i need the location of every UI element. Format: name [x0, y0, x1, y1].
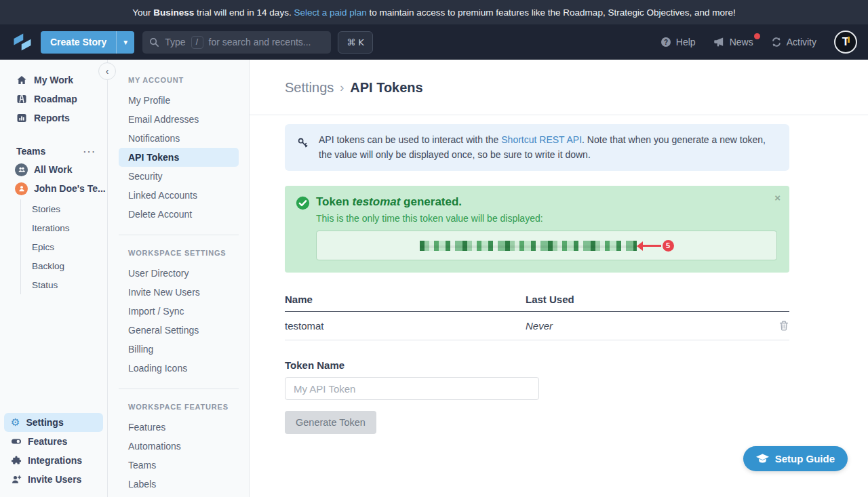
bottom-item-label: Invite Users — [28, 474, 81, 485]
settings-nav-item-teams[interactable]: Teams — [119, 456, 239, 475]
home-icon — [16, 75, 27, 85]
sidebar-item-my-work[interactable]: My Work — [0, 71, 107, 90]
settings-nav-item-user-directory[interactable]: User Directory — [119, 264, 239, 283]
person-plus-icon — [11, 474, 22, 485]
settings-nav-item-my-profile[interactable]: My Profile — [119, 91, 239, 110]
generated-token-name: testomat — [353, 195, 401, 208]
news-label: News — [730, 37, 753, 47]
create-story-label: Create Story — [41, 31, 116, 54]
sidebar-subitem-iterations[interactable]: Iterations — [21, 218, 107, 237]
token-name-input[interactable] — [285, 377, 539, 400]
settings-nav-item-import-sync[interactable]: Import / Sync — [119, 302, 239, 321]
sidebar-item-integrations[interactable]: Integrations — [4, 451, 103, 470]
new-token-form: Token Name Generate Token — [285, 359, 789, 434]
settings-nav-item-general-settings[interactable]: General Settings — [119, 321, 239, 340]
keyboard-shortcut-badge[interactable]: ⌘ K — [338, 31, 373, 54]
redacted-token-value — [420, 241, 637, 251]
page-header: Settings › API Tokens — [250, 60, 868, 115]
team-label: John Doe's Te... — [34, 183, 106, 194]
top-navbar: Create Story ▼ Type / for search and rec… — [0, 24, 868, 60]
shortcut-rest-api-link[interactable]: Shortcut REST API — [501, 134, 582, 145]
trial-banner: Your Business trial will end in 14 days.… — [0, 0, 868, 24]
setup-guide-button[interactable]: Setup Guide — [743, 446, 848, 471]
search-input[interactable]: Type / for search and recents... — [142, 31, 331, 54]
settings-group-title-workspace-features: WORKSPACE FEATURES — [108, 403, 249, 411]
annotation-step-badge: 5 — [663, 240, 674, 252]
generate-token-button[interactable]: Generate Token — [285, 411, 376, 434]
avatar-accent-mark — [848, 37, 850, 43]
help-icon: ? — [660, 37, 671, 47]
activity-icon — [771, 37, 782, 47]
sidebar-subitem-stories[interactable]: Stories — [21, 199, 107, 218]
sidebar-item-features[interactable]: Features — [4, 432, 103, 451]
bottom-item-label: Integrations — [28, 455, 82, 466]
check-circle-icon — [296, 196, 310, 210]
svg-text:?: ? — [664, 39, 668, 46]
sidebar-item-label: Reports — [34, 113, 70, 123]
settings-group-title-my-account: MY ACCOUNT — [108, 76, 249, 84]
breadcrumb-settings[interactable]: Settings — [285, 80, 334, 96]
title-prefix: Token — [316, 195, 353, 208]
select-paid-plan-link[interactable]: Select a paid plan — [294, 7, 366, 18]
news-button[interactable]: News — [713, 37, 753, 47]
settings-group-title-workspace-settings: WORKSPACE SETTINGS — [108, 249, 249, 257]
main-content: Settings › API Tokens API tokens can be … — [250, 60, 868, 497]
sidebar-item-john-does-team[interactable]: John Doe's Te... — [0, 179, 107, 198]
settings-nav-item-custom-fields[interactable]: Custom Fields — [119, 494, 239, 497]
sidebar-subitem-epics[interactable]: Epics — [21, 237, 107, 256]
search-placeholder-type: Type — [165, 37, 185, 47]
trial-text-suffix: to maintain access to premium features l… — [367, 7, 736, 18]
teams-menu-button[interactable]: ··· — [83, 146, 96, 157]
token-generated-banner: Token testomat generated. This is the on… — [285, 186, 789, 273]
success-banner-subtitle: This is the only time this token value w… — [316, 213, 777, 224]
primary-sidebar: ‹ My Work Roadmap — [0, 60, 108, 497]
token-last-used-cell: Never — [526, 320, 762, 332]
settings-nav-item-features[interactable]: Features — [119, 418, 239, 437]
puzzle-icon — [11, 455, 22, 466]
team-label: All Work — [34, 164, 73, 175]
settings-nav-item-labels[interactable]: Labels — [119, 475, 239, 494]
title-suffix: generated. — [400, 195, 462, 208]
settings-nav-item-delete-account[interactable]: Delete Account — [119, 205, 239, 224]
create-story-caret-icon[interactable]: ▼ — [117, 31, 134, 54]
sidebar-item-roadmap[interactable]: Roadmap — [0, 90, 107, 108]
megaphone-icon — [713, 37, 725, 47]
create-story-button[interactable]: Create Story ▼ — [41, 31, 134, 54]
settings-nav-item-linked-accounts[interactable]: Linked Accounts — [119, 186, 239, 205]
sidebar-item-settings[interactable]: ⚙ Settings — [4, 413, 103, 432]
bottom-item-label: Features — [28, 436, 67, 447]
shortcut-logo-icon[interactable] — [12, 32, 33, 52]
token-name-label: Token Name — [285, 359, 789, 371]
sidebar-subitem-backlog[interactable]: Backlog — [21, 256, 107, 275]
team-subitems: Stories Iterations Epics Backlog Status — [20, 199, 107, 294]
tutorial-annotation: 5 — [638, 240, 674, 252]
token-name-cell: testomat — [285, 320, 526, 332]
settings-nav-item-billing[interactable]: Billing — [119, 340, 239, 359]
settings-nav-item-invite-new-users[interactable]: Invite New Users — [119, 283, 239, 302]
annotation-arrow-icon — [638, 245, 661, 247]
settings-nav-item-api-tokens[interactable]: API Tokens — [119, 148, 239, 167]
success-banner-body: Token testomat generated. This is the on… — [316, 195, 777, 260]
sidebar-item-reports[interactable]: Reports — [0, 108, 107, 127]
delete-token-button[interactable] — [778, 320, 789, 332]
sidebar-collapse-button[interactable]: ‹ — [98, 62, 116, 80]
breadcrumb: Settings › API Tokens — [285, 80, 833, 96]
activity-button[interactable]: Activity — [771, 37, 816, 47]
settings-nav-item-automations[interactable]: Automations — [119, 437, 239, 456]
trial-text-prefix: Your — [132, 7, 153, 18]
sidebar-item-all-work[interactable]: All Work — [0, 160, 107, 179]
close-icon[interactable]: × — [774, 193, 781, 203]
sidebar-item-invite-users[interactable]: Invite Users — [4, 470, 103, 489]
help-button[interactable]: ? Help — [660, 37, 696, 47]
settings-nav-item-email-addresses[interactable]: Email Addresses — [119, 110, 239, 129]
user-avatar[interactable]: T — [834, 31, 857, 54]
settings-nav-item-loading-icons[interactable]: Loading Icons — [119, 359, 239, 378]
setup-guide-label: Setup Guide — [775, 453, 835, 464]
sidebar-subitem-status[interactable]: Status — [21, 275, 107, 294]
info-text-before: API tokens can be used to interact with … — [319, 134, 501, 145]
graduation-cap-icon — [756, 454, 769, 464]
settings-nav-item-notifications[interactable]: Notifications — [119, 129, 239, 148]
team-avatar — [15, 182, 28, 195]
topbar-right-group: ? Help News Activity — [660, 31, 857, 54]
settings-nav-item-security[interactable]: Security — [119, 167, 239, 186]
